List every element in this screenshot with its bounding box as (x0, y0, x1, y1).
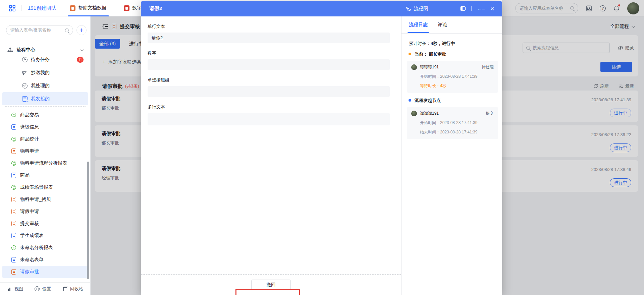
app-icon (124, 5, 129, 11)
node-card: 谭谭谭191 提交 开始时间：2023-08-28 17:41:39 结束时间：… (407, 107, 498, 139)
workflow-icon (7, 47, 13, 53)
field-label: 数字 (148, 50, 394, 56)
form-item-icon (11, 173, 16, 178)
timeline-dot (409, 53, 411, 55)
node-time-line: 开始时间：2023-08-28 17:41:39 (420, 120, 494, 126)
process-nav-list: 待办任务 11 抄送我的 我处理的 我发起的 (0, 53, 90, 105)
node-user: 谭谭谭191 (420, 111, 483, 116)
node-user: 谭谭谭191 (420, 64, 479, 70)
node-title: 流程发起节点 (415, 98, 498, 104)
expand-icon[interactable]: ←→ (477, 6, 485, 11)
summary-status: ，进行中 (437, 41, 455, 46)
field-value[interactable] (148, 113, 390, 125)
field-label: 单选按钮组 (148, 77, 394, 83)
sidebar-form-item[interactable]: 商品 (2, 169, 88, 181)
sidebar-form-item[interactable]: 物料申请_拷贝 (2, 193, 88, 205)
sidebar-footer-item[interactable]: 设置 (35, 286, 51, 292)
sidebar-process-item[interactable]: 抄送我的 (2, 66, 88, 79)
form-field: 数字 (148, 50, 394, 70)
form-detail: 单行文本 请假2 数字 单选按钮组 多行文本 (141, 16, 401, 295)
log-panel-tabs: 流程日志 评论 (401, 16, 502, 34)
sidebar-process-item[interactable]: 待办任务 11 (2, 53, 88, 66)
sidebar-footer-item[interactable]: 视图 (7, 286, 23, 292)
apps-grid-icon[interactable] (9, 5, 16, 12)
section-label: 流程中心 (16, 47, 35, 53)
form-item-label: 物料申请 (20, 148, 84, 154)
sidebar-form-item[interactable]: 学生成绩表 (2, 230, 88, 242)
form-fields: 单行文本 请假2 数字 单选按钮组 多行文本 (141, 16, 401, 274)
app-tab-label: 帮助文档数据 (78, 5, 106, 11)
sidebar-form-item[interactable]: 提交审核 (2, 218, 88, 230)
sidebar-form-item[interactable]: 商品交易 (2, 109, 88, 121)
timeline-node: 当前： 部长审批 谭谭谭191 待处理 开始时间：2023-08-28 17:4… (401, 51, 498, 98)
avatar (411, 64, 417, 70)
nav-item-icon (22, 70, 28, 75)
nav-item-icon (22, 83, 28, 88)
footer-item-icon (35, 286, 40, 291)
field-value[interactable] (148, 86, 390, 97)
close-icon[interactable]: × (490, 5, 494, 12)
form-item-label: 请假申请 (20, 209, 84, 215)
nav-item-icon (22, 96, 28, 102)
add-form-button[interactable]: + (76, 25, 87, 35)
form-item-label: 提交审核 (20, 221, 84, 227)
nav-item-label: 抄送我的 (31, 70, 84, 76)
footer-item-label: 回收站 (70, 286, 83, 292)
chevron-down-icon (80, 48, 84, 51)
form-item-icon (11, 209, 16, 214)
log-panel-tab[interactable]: 流程日志 (409, 22, 428, 33)
summary-prefix: 累计时长： (409, 41, 431, 46)
form-item-icon (11, 124, 16, 130)
form-item-label: 请假审批 (20, 269, 84, 275)
search-icon (65, 28, 69, 32)
app-tab[interactable]: 帮助文档数据 (70, 0, 106, 16)
footer-item-icon (7, 286, 12, 291)
sidebar-form-item[interactable]: 物料申请流程分析报表 (2, 157, 88, 169)
form-item-label: 商品统计 (20, 136, 84, 142)
flowchart-label: 流程图 (414, 6, 428, 12)
form-item-icon (11, 161, 16, 166)
modal-header: 请假2 流程图 ←→ × (141, 1, 502, 16)
form-item-icon (11, 269, 16, 275)
timeline-dot (409, 99, 411, 102)
form-item-icon (11, 185, 16, 190)
app-tabs: 帮助文档数据 数字 (70, 0, 142, 16)
sidebar-form-item[interactable]: 请假申请 (2, 205, 88, 218)
sidebar-form-item[interactable]: 请假审批 (2, 266, 88, 278)
flowchart-button[interactable]: 流程图 (406, 6, 460, 12)
sidebar-footer-item[interactable]: 回收站 (62, 286, 83, 292)
field-value[interactable] (148, 59, 390, 70)
form-item-label: 商品 (20, 172, 84, 178)
team-name[interactable]: 191创建团队 (28, 5, 56, 11)
withdraw-button[interactable]: 撤回 (251, 280, 291, 290)
field-value[interactable]: 请假2 (148, 33, 390, 43)
log-summary: 累计时长：4秒，进行中 (401, 34, 502, 51)
summary-duration: 4秒 (431, 41, 437, 46)
form-field: 单选按钮组 (148, 77, 394, 97)
sidebar: 请输入表单/报表名称 + 流程中心 待办任务 11 抄送我的 我 (0, 16, 91, 295)
form-item-label: 未命名表单 (20, 257, 84, 263)
form-item-icon (11, 221, 16, 226)
topbar-divider (21, 5, 21, 11)
form-item-label: 成绩表场景报表 (20, 184, 84, 190)
sidebar-footer: 视图 设置 回收站 (0, 282, 90, 295)
sidebar-form-item[interactable]: 商品统计 (2, 133, 88, 145)
nav-item-icon (22, 57, 28, 62)
form-item-icon (11, 233, 16, 238)
form-item-label: 物料申请_拷贝 (20, 196, 84, 202)
node-action-status: 待处理 (482, 64, 494, 70)
field-label: 单行文本 (148, 23, 394, 30)
sidebar-scrollbar[interactable] (87, 162, 89, 279)
app-tab[interactable]: 数字 (124, 0, 142, 16)
toggle-panel-icon[interactable] (460, 6, 466, 11)
sidebar-form-item[interactable]: 未命名分析报表 (2, 242, 88, 254)
sidebar-process-item[interactable]: 我发起的 (2, 92, 88, 105)
footer-item-label: 设置 (42, 286, 51, 292)
sidebar-form-item[interactable]: 班级信息 (2, 121, 88, 133)
sidebar-form-item[interactable]: 物料申请 (2, 145, 88, 157)
sidebar-form-item[interactable]: 成绩表场景报表 (2, 181, 88, 193)
sidebar-form-item[interactable]: 未命名表单 (2, 254, 88, 266)
log-panel-tab[interactable]: 评论 (438, 22, 447, 33)
sidebar-process-item[interactable]: 我处理的 (2, 79, 88, 92)
sidebar-search-input[interactable]: 请输入表单/报表名称 (6, 25, 73, 35)
